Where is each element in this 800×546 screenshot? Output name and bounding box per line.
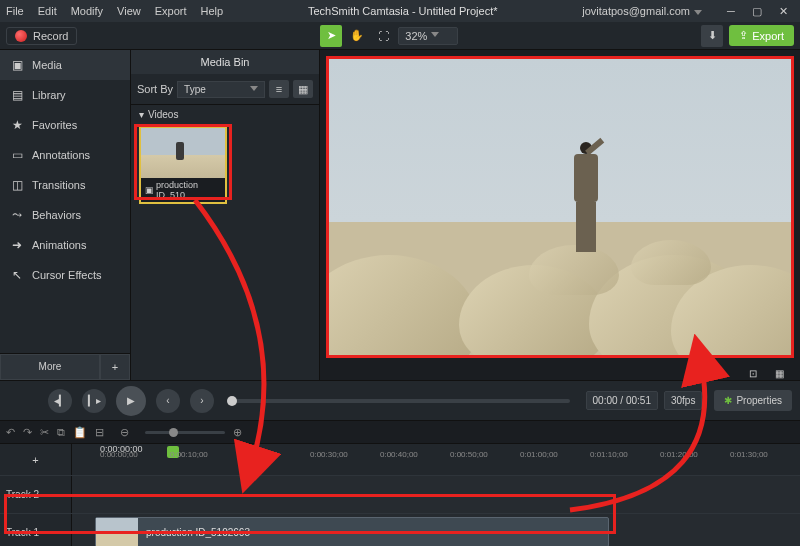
grid-button[interactable]: ▦: [768, 362, 790, 384]
sidebar-item-cursor-effects[interactable]: ↖Cursor Effects: [0, 260, 130, 290]
media-bin-title: Media Bin: [131, 50, 319, 74]
close-button[interactable]: ✕: [772, 2, 794, 20]
menu-view[interactable]: View: [117, 5, 141, 17]
videos-section[interactable]: ▾ Videos: [131, 105, 319, 124]
record-button[interactable]: Record: [6, 27, 77, 45]
menu-export[interactable]: Export: [155, 5, 187, 17]
sidebar-item-media[interactable]: ▣Media: [0, 50, 130, 80]
user-account[interactable]: jovitatpos@gmail.com: [582, 5, 702, 17]
paste-button[interactable]: 📋: [73, 426, 87, 439]
annotation-box-thumbnail: [134, 124, 232, 200]
prev-frame-button[interactable]: ◂▎: [48, 389, 72, 413]
crop-tool[interactable]: ⛶: [372, 25, 394, 47]
sidebar-item-library[interactable]: ▤Library: [0, 80, 130, 110]
transitions-icon: ◫: [10, 178, 24, 192]
annotation-box-track: [4, 494, 616, 534]
cursor-icon: ↖: [10, 268, 24, 282]
preview-canvas[interactable]: [326, 56, 794, 358]
annotations-icon: ▭: [10, 148, 24, 162]
add-button[interactable]: +: [100, 354, 130, 380]
menu-modify[interactable]: Modify: [71, 5, 103, 17]
grid-view-button[interactable]: ▦: [293, 80, 313, 98]
titlebar: File Edit Modify View Export Help TechSm…: [0, 0, 800, 22]
more-button[interactable]: More: [0, 354, 100, 380]
list-view-button[interactable]: ≡: [269, 80, 289, 98]
add-track-button[interactable]: +: [0, 444, 72, 475]
hand-tool[interactable]: ✋: [346, 25, 368, 47]
annotation-arrow-down: [175, 200, 295, 500]
step-back-button[interactable]: ▎▸: [82, 389, 106, 413]
redo-button[interactable]: ↷: [23, 426, 32, 439]
menu-help[interactable]: Help: [201, 5, 224, 17]
sidebar-item-annotations[interactable]: ▭Annotations: [0, 140, 130, 170]
undo-button[interactable]: ↶: [6, 426, 15, 439]
annotation-arrow-up: [560, 350, 760, 530]
sidebar-item-favorites[interactable]: ★Favorites: [0, 110, 130, 140]
download-button[interactable]: ⬇: [701, 25, 723, 47]
top-toolbar: Record ➤ ✋ ⛶ 32% ⬇ ⇪ Export: [0, 22, 800, 50]
split-button[interactable]: ⊟: [95, 426, 104, 439]
menu-file[interactable]: File: [6, 5, 24, 17]
sidebar-item-behaviors[interactable]: ⤳Behaviors: [0, 200, 130, 230]
behaviors-icon: ⤳: [10, 208, 24, 222]
export-button[interactable]: ⇪ Export: [729, 25, 794, 46]
play-button[interactable]: ▶: [116, 386, 146, 416]
record-icon: [15, 30, 27, 42]
zoom-dropdown[interactable]: 32%: [398, 27, 458, 45]
pointer-tool[interactable]: ➤: [320, 25, 342, 47]
animations-icon: ➜: [10, 238, 24, 252]
sort-dropdown[interactable]: Type: [177, 81, 265, 98]
library-icon: ▤: [10, 88, 24, 102]
cut-button[interactable]: ✂: [40, 426, 49, 439]
sort-label: Sort By: [137, 83, 173, 95]
sidebar: ▣Media ▤Library ★Favorites ▭Annotations …: [0, 50, 130, 380]
media-icon: ▣: [10, 58, 24, 72]
maximize-button[interactable]: ▢: [746, 2, 768, 20]
preview-panel: ⊡ ▦: [320, 50, 800, 380]
main-menu: File Edit Modify View Export Help: [6, 5, 223, 17]
window-title: TechSmith Camtasia - Untitled Project*: [223, 5, 582, 17]
copy-button[interactable]: ⧉: [57, 426, 65, 439]
star-icon: ★: [10, 118, 24, 132]
menu-edit[interactable]: Edit: [38, 5, 57, 17]
sidebar-item-animations[interactable]: ➜Animations: [0, 230, 130, 260]
minimize-button[interactable]: ─: [720, 2, 742, 20]
sidebar-item-transitions[interactable]: ◫Transitions: [0, 170, 130, 200]
